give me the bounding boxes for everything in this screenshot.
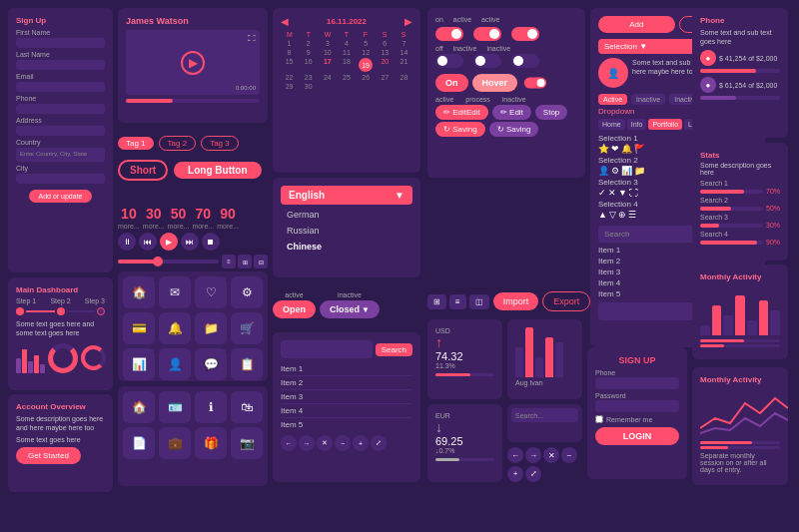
lastname-input[interactable] (16, 60, 105, 70)
icon-heart[interactable]: ❤ (611, 144, 619, 154)
tag-1[interactable]: Tag 1 (118, 137, 154, 150)
calendar-prev[interactable]: ◀ (281, 16, 289, 27)
dropdown-header[interactable]: English ▼ (281, 186, 412, 205)
dropdown-item-german[interactable]: German (281, 207, 412, 223)
icon-user[interactable]: 👤 (598, 166, 609, 176)
list-item-e[interactable]: Item 5 (281, 418, 412, 431)
prev-button[interactable]: ⏮ (139, 233, 157, 251)
cal-day[interactable]: 3 (319, 40, 336, 47)
dropdown-item-chinese[interactable]: Chinese (281, 239, 412, 255)
bottom-plus[interactable]: + (353, 435, 369, 451)
icon-clipboard[interactable]: 📋 (231, 348, 263, 380)
add-update-button[interactable]: Add or update (29, 190, 93, 203)
open-button[interactable]: Open (273, 300, 316, 318)
grid-view-btn[interactable]: ⊞ (238, 255, 252, 268)
email-input[interactable] (16, 82, 105, 92)
cal-day[interactable]: 25 (338, 74, 355, 81)
address-input[interactable] (16, 126, 105, 136)
cal-day[interactable]: 10 (319, 49, 336, 56)
cal-day[interactable]: 5 (358, 40, 375, 47)
cal-day[interactable]: 14 (396, 49, 412, 56)
firstname-input[interactable] (16, 38, 105, 48)
icon-chart-2[interactable]: 📊 (123, 348, 155, 380)
icon-home[interactable]: 🏠 (123, 276, 155, 308)
cal-day[interactable]: 26 (358, 74, 375, 81)
icon-heart[interactable]: ♡ (195, 276, 227, 308)
icon-user-2[interactable]: 👤 (159, 348, 191, 380)
icon-mail[interactable]: ✉ (159, 276, 191, 308)
list-item-b[interactable]: Item 2 (281, 376, 412, 390)
long-button[interactable]: Long Button (174, 162, 261, 179)
icon-info[interactable]: ℹ (195, 391, 227, 423)
next-button[interactable]: ⏭ (181, 233, 199, 251)
short-button[interactable]: Short (118, 160, 168, 181)
icon-gift[interactable]: 🎁 (195, 427, 227, 459)
icon-folder-2[interactable]: 📁 (195, 312, 227, 344)
icon-file[interactable]: 📄 (123, 427, 155, 459)
dropdown-item-russian[interactable]: Russian (281, 223, 412, 239)
list-item-a[interactable]: Item 1 (281, 362, 412, 376)
bottom-minus[interactable]: − (335, 435, 351, 451)
icon-cart[interactable]: 🛒 (231, 312, 263, 344)
cal-day[interactable]: 18 (338, 58, 355, 72)
toggle-off-3[interactable] (511, 54, 539, 68)
icon-settings[interactable]: ⚙ (611, 166, 619, 176)
tag-2[interactable]: Tag 2 (159, 136, 197, 151)
icon-briefcase[interactable]: 💼 (159, 427, 191, 459)
list-item-c[interactable]: Item 3 (281, 390, 412, 404)
saving-process-button[interactable]: ↻ Saving (489, 122, 539, 137)
add-button[interactable]: Add (598, 16, 675, 33)
toggle-off-2[interactable] (473, 54, 501, 68)
cal-day[interactable]: 7 (396, 40, 412, 47)
cal-day[interactable]: 15 (281, 58, 298, 72)
bottom-x[interactable]: ✕ (317, 435, 333, 451)
export-button[interactable]: Export (542, 291, 590, 311)
icon-bell-2[interactable]: 🔔 (159, 312, 191, 344)
play-button[interactable]: ▶ (181, 51, 205, 75)
other-btn[interactable]: ◫ (469, 294, 489, 309)
tag-3[interactable]: Tag 3 (201, 136, 239, 151)
grid-btn-1[interactable]: ⊞ (427, 294, 446, 309)
icon-id[interactable]: 🪪 (159, 391, 191, 423)
cal-day[interactable]: 29 (281, 83, 298, 90)
play-control-button[interactable]: ▶ (160, 233, 178, 251)
bottom-expand[interactable]: ⤢ (371, 435, 387, 451)
search-input-field[interactable] (281, 340, 373, 358)
saving-active-button[interactable]: ↻ Saving (435, 122, 485, 137)
icon-card[interactable]: 💳 (123, 312, 155, 344)
icon-chart[interactable]: 📊 (621, 166, 632, 176)
icon-flag[interactable]: 🚩 (634, 144, 645, 154)
playback-slider[interactable] (118, 260, 219, 264)
nav-plus[interactable]: + (507, 466, 523, 482)
search-small-input[interactable]: Search... (511, 408, 578, 422)
toggle-small[interactable] (524, 77, 546, 88)
nav-resize[interactable]: ⤢ (525, 466, 541, 482)
inactive-tab-1[interactable]: Inactive (631, 94, 665, 105)
toggle-on-2[interactable] (473, 27, 501, 41)
nav-portfolio[interactable]: Portfolio (648, 119, 682, 130)
edit-inactive-button[interactable]: ✏ Edit (492, 105, 531, 120)
icon-folder[interactable]: 📁 (634, 166, 645, 176)
import-button[interactable]: Import (493, 292, 539, 310)
video-player[interactable]: ▶ 0:00:00 ⛶ (126, 30, 260, 95)
icon-bag[interactable]: 🛍 (231, 391, 263, 423)
hover-button[interactable]: Hover (472, 74, 518, 92)
cal-day[interactable]: 6 (377, 40, 394, 47)
cal-day[interactable]: 20 (377, 58, 394, 72)
cal-day[interactable]: 12 (358, 49, 375, 56)
city-input[interactable] (16, 174, 105, 184)
nav-right[interactable]: → (525, 447, 541, 463)
list-btn-1[interactable]: ≡ (449, 294, 466, 309)
stop-button[interactable]: ⏹ (202, 233, 220, 251)
cal-day[interactable]: 16 (300, 58, 317, 72)
nav-left[interactable]: ← (507, 447, 523, 463)
password-field[interactable] (595, 400, 679, 412)
cal-day[interactable]: 24 (319, 74, 336, 81)
icon-bell[interactable]: 🔔 (621, 144, 632, 154)
cal-day[interactable]: 27 (377, 74, 394, 81)
list-view-btn[interactable]: ≡ (222, 255, 236, 268)
cal-day-selected[interactable]: 17 (319, 58, 336, 72)
active-tab[interactable]: Active (598, 94, 627, 105)
nav-minus[interactable]: − (561, 447, 577, 463)
toggle-on-1[interactable] (435, 27, 463, 41)
